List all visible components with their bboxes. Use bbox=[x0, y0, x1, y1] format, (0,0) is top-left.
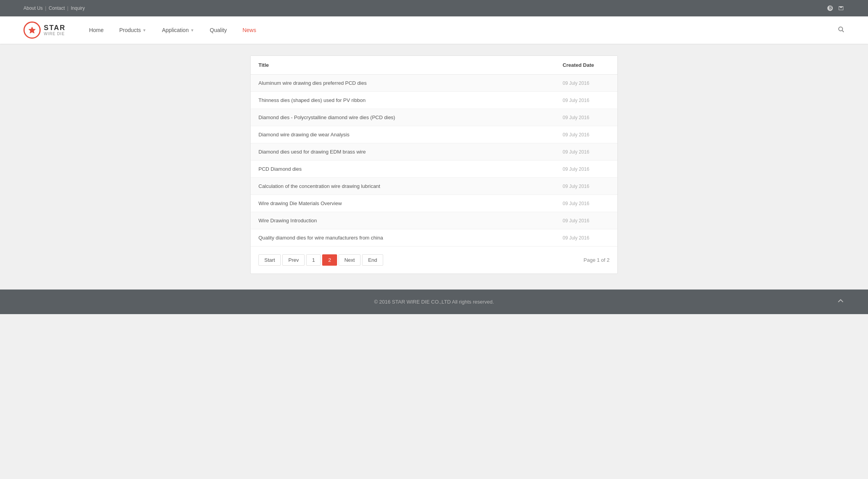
pagination-area: Start Prev 1 2 Next End Page 1 of 2 bbox=[251, 247, 617, 273]
logo-text: STAR WIRE DIE bbox=[44, 24, 66, 36]
news-date: 09 July 2016 bbox=[555, 178, 617, 195]
nav-news[interactable]: News bbox=[235, 16, 264, 44]
news-title[interactable]: Aluminum wire drawing dies preferred PCD… bbox=[251, 75, 555, 92]
table-row[interactable]: Diamond wire drawing die wear Analysis 0… bbox=[251, 126, 617, 143]
news-date: 09 July 2016 bbox=[555, 212, 617, 229]
skype-icon[interactable] bbox=[827, 5, 834, 12]
news-table: Title Created Date Aluminum wire drawing… bbox=[251, 56, 617, 247]
news-title[interactable]: Diamond wire drawing die wear Analysis bbox=[251, 126, 555, 143]
page-1-button[interactable]: 1 bbox=[306, 254, 321, 266]
table-row[interactable]: Quality diamond dies for wire manufactur… bbox=[251, 229, 617, 247]
news-date: 09 July 2016 bbox=[555, 143, 617, 161]
news-title[interactable]: Diamond dies uesd for drawing EDM brass … bbox=[251, 143, 555, 161]
inquiry-link[interactable]: Inquiry bbox=[71, 5, 85, 11]
news-title[interactable]: Diamond dies - Polycrystalline diamond w… bbox=[251, 109, 555, 126]
main-wrapper: Title Created Date Aluminum wire drawing… bbox=[242, 55, 626, 274]
col-date: Created Date bbox=[555, 56, 617, 75]
svg-marker-0 bbox=[29, 27, 36, 33]
news-date: 09 July 2016 bbox=[555, 195, 617, 212]
svg-point-1 bbox=[839, 27, 843, 31]
top-bar-left: About Us | Contact | Inquiry bbox=[23, 5, 85, 11]
search-icon[interactable] bbox=[838, 26, 845, 34]
nav-quality[interactable]: Quality bbox=[202, 16, 235, 44]
table-row[interactable]: Wire drawing Die Materials Overview 09 J… bbox=[251, 195, 617, 212]
table-row[interactable]: Diamond dies - Polycrystalline diamond w… bbox=[251, 109, 617, 126]
logo[interactable]: STAR WIRE DIE bbox=[23, 21, 66, 39]
table-row[interactable]: Thinness dies (shaped dies) used for PV … bbox=[251, 92, 617, 109]
logo-icon bbox=[23, 21, 41, 39]
table-row[interactable]: Diamond dies uesd for drawing EDM brass … bbox=[251, 143, 617, 161]
table-header-row: Title Created Date bbox=[251, 56, 617, 75]
page-2-button[interactable]: 2 bbox=[322, 254, 337, 266]
page-info: Page 1 of 2 bbox=[584, 257, 610, 263]
about-us-link[interactable]: About Us bbox=[23, 5, 43, 11]
start-button[interactable]: Start bbox=[258, 254, 281, 266]
table-row[interactable]: Wire Drawing Introduction 09 July 2016 bbox=[251, 212, 617, 229]
top-bar-right bbox=[827, 5, 845, 12]
col-title: Title bbox=[251, 56, 555, 75]
news-title[interactable]: Wire drawing Die Materials Overview bbox=[251, 195, 555, 212]
contact-link[interactable]: Contact bbox=[48, 5, 65, 11]
next-button[interactable]: Next bbox=[339, 254, 361, 266]
nav-items: Home Products ▼ Application ▼ Quality Ne… bbox=[81, 16, 838, 44]
application-arrow-icon: ▼ bbox=[190, 28, 194, 32]
top-bar: About Us | Contact | Inquiry bbox=[0, 0, 868, 16]
nav-products[interactable]: Products ▼ bbox=[111, 16, 154, 44]
news-date: 09 July 2016 bbox=[555, 229, 617, 247]
table-row[interactable]: PCD Diamond dies 09 July 2016 bbox=[251, 161, 617, 178]
footer-copyright: © 2016 STAR WIRE DIE CO.,LTD All rights … bbox=[374, 299, 494, 305]
news-title[interactable]: Wire Drawing Introduction bbox=[251, 212, 555, 229]
news-title[interactable]: Quality diamond dies for wire manufactur… bbox=[251, 229, 555, 247]
news-date: 09 July 2016 bbox=[555, 92, 617, 109]
news-title[interactable]: Thinness dies (shaped dies) used for PV … bbox=[251, 92, 555, 109]
email-icon[interactable] bbox=[838, 5, 845, 12]
table-row[interactable]: Calculation of the concentration wire dr… bbox=[251, 178, 617, 195]
news-date: 09 July 2016 bbox=[555, 161, 617, 178]
news-title[interactable]: PCD Diamond dies bbox=[251, 161, 555, 178]
table-row[interactable]: Aluminum wire drawing dies preferred PCD… bbox=[251, 75, 617, 92]
sep1: | bbox=[45, 5, 46, 11]
products-arrow-icon: ▼ bbox=[142, 28, 146, 32]
news-date: 09 July 2016 bbox=[555, 75, 617, 92]
pagination-controls: Start Prev 1 2 Next End bbox=[258, 254, 383, 266]
back-to-top-button[interactable] bbox=[837, 297, 845, 307]
svg-line-2 bbox=[842, 30, 844, 32]
news-date: 09 July 2016 bbox=[555, 126, 617, 143]
content-box: Title Created Date Aluminum wire drawing… bbox=[250, 55, 618, 274]
prev-button[interactable]: Prev bbox=[282, 254, 305, 266]
end-button[interactable]: End bbox=[362, 254, 383, 266]
nav-bar: STAR WIRE DIE Home Products ▼ Applicatio… bbox=[0, 16, 868, 44]
footer: © 2016 STAR WIRE DIE CO.,LTD All rights … bbox=[0, 290, 868, 314]
news-title[interactable]: Calculation of the concentration wire dr… bbox=[251, 178, 555, 195]
nav-application[interactable]: Application ▼ bbox=[154, 16, 202, 44]
nav-home[interactable]: Home bbox=[81, 16, 111, 44]
sep2: | bbox=[67, 5, 68, 11]
news-date: 09 July 2016 bbox=[555, 109, 617, 126]
